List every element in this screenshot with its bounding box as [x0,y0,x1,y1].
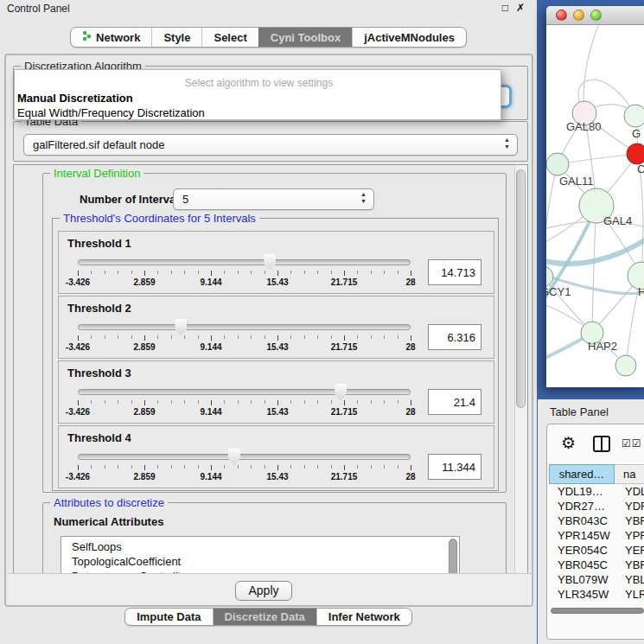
threshold-2-value-input[interactable] [428,324,481,350]
table-data-group: Table Data galFiltered.sif default node … [13,121,528,162]
threshold-4-slider[interactable]: -3.4262.8599.14415.4321.71528 [78,449,411,488]
table-row[interactable]: YIL053CYIL0 [549,602,644,605]
table-data-combobox[interactable]: galFiltered.sif default node ▲▼ [23,134,518,156]
table-row[interactable]: YBR043CYBR0 [549,513,644,528]
threshold-3-label: Threshold 3 [67,367,131,379]
node-label: G [632,127,641,140]
network-view-window: GAL80GGAL11CGAL4GCY1HHAP2 [546,6,644,387]
numerical-attributes-list[interactable]: SelfLoopsTopologicalCoefficientBetweenne… [61,536,460,574]
settings-scrollbar[interactable] [514,165,527,573]
threshold-4-value-input[interactable] [428,454,481,480]
table-row[interactable]: YBR045CYBR0 [549,558,644,572]
tab-label: Impute Data [137,610,201,623]
threshold-1-slider[interactable]: -3.4262.8599.14415.4321.71528 [78,254,411,294]
threshold-3-panel: Threshold 3 -3.4262.8599.14415.4321.7152… [58,360,494,424]
slider-thumb[interactable] [228,449,240,465]
threshold-3-slider[interactable]: -3.4262.8599.14415.4321.71528 [78,384,411,424]
threshold-3-value-input[interactable] [428,389,481,415]
slider-thumb[interactable] [335,384,347,400]
table-row[interactable]: YBL079WYBL0 [549,572,644,587]
table-horizontal-scrollbar[interactable] [551,608,644,615]
tab-select[interactable]: Select [201,28,258,47]
network-node[interactable] [627,143,644,164]
tab-impute-data[interactable]: Impute Data [125,609,212,625]
apply-strip: Apply [8,573,532,605]
settings-scrollbar-thumb[interactable] [516,169,526,408]
threshold-4-label: Threshold 4 [67,431,131,444]
table-panel: Table Panel ⚙ ☑☑ shared… na YDL19…YDL1YD… [538,399,644,644]
slider-thumb[interactable] [175,319,187,335]
table-cell: YBR0 [615,558,644,572]
tab-infer-network[interactable]: Infer Network [316,609,411,625]
slider-track [78,454,411,460]
table-row[interactable]: YDL19…YDL1 [549,484,644,499]
dropdown-placeholder-option[interactable]: Select algorithm to view settings [15,76,501,91]
slider-scale: -3.4262.8599.14415.4321.71528 [78,335,411,356]
zoom-traffic-light-icon[interactable] [590,10,602,21]
apply-button[interactable]: Apply [235,581,292,601]
number-of-intervals-value: 5 [182,193,188,206]
network-icon [82,30,92,44]
slider-track [78,324,411,330]
tab-label: Infer Network [328,610,400,623]
threshold-1-value-input[interactable] [428,259,481,285]
float-window-icon[interactable]: □ [502,2,508,14]
combobox-arrows-icon: ▲▼ [504,137,510,150]
numerical-attributes-label: Numerical Attributes [54,515,163,528]
split-panel-icon[interactable] [593,436,610,452]
table-cell: YIL053C [549,602,615,605]
tab-label: Style [163,31,190,44]
attributes-list-scrollbar[interactable] [449,539,457,574]
threshold-2-panel: Threshold 2 -3.4262.8599.14415.4321.7152… [58,296,494,359]
minimize-traffic-light-icon[interactable] [573,10,584,21]
node-label: HAP2 [588,340,617,353]
network-node[interactable] [615,355,636,376]
slider-scale: -3.4262.8599.14415.4321.71528 [78,271,411,291]
table-row[interactable]: YPR145WYPR1 [549,528,644,543]
tab-style[interactable]: Style [151,28,201,47]
table-row[interactable]: YER054CYER0 [549,543,644,558]
tab-network[interactable]: Network [71,28,151,47]
table-panel-toolbar: ⚙ ☑☑ [547,424,644,464]
network-node[interactable] [624,105,644,127]
attribute-item[interactable]: SelfLoops [72,539,459,554]
thresholds-group: Threshold's Coordinates for 5 Intervals … [52,218,499,491]
network-canvas[interactable]: GAL80GGAL11CGAL4GCY1HHAP2 [546,25,644,386]
number-of-intervals-combobox[interactable]: 5 ▲▼ [173,188,374,210]
table-cell: YBL079W [549,572,615,587]
tab-discretize-data[interactable]: Discretize Data [213,609,316,625]
close-window-icon[interactable]: ✗ [516,2,525,14]
table-cell: YDL1 [615,484,644,499]
attribute-item[interactable]: TopologicalCoefficient [72,554,459,569]
table-cell: YBR045C [549,558,615,572]
threshold-2-slider[interactable]: -3.4262.8599.14415.4321.71528 [78,319,411,359]
table-cell: YER054C [549,543,615,558]
table-row[interactable]: YDR27…YDR2 [549,499,644,513]
table-cell: YLR345W [549,587,615,602]
node-label: GAL11 [559,175,594,188]
table-scrollbar-thumb[interactable] [551,608,644,614]
dropdown-option-manual-discretization[interactable]: Manual Discretization [15,91,501,105]
interval-definition-group: Interval Definition Number of Intervals … [42,173,507,493]
screen: Control Panel □ ✗ Network Style Select C… [0,0,644,644]
close-traffic-light-icon[interactable] [556,10,567,21]
slider-thumb[interactable] [264,254,276,271]
control-panel-window: Control Panel □ ✗ Network Style Select C… [0,0,537,644]
column-header-shared-name[interactable]: shared… [549,464,615,484]
tab-jactivemnodules[interactable]: jActiveMNodules [352,28,466,47]
slider-track [78,259,411,265]
tab-cyni-toolbox[interactable]: Cyni Toolbox [258,28,352,47]
network-node[interactable] [546,153,569,175]
dropdown-option-equal-width[interactable]: Equal Width/Frequency Discretization [15,105,501,120]
node-label: GCY1 [546,285,571,298]
slider-scale: -3.4262.8599.14415.4321.71528 [78,400,411,421]
tab-label: jActiveMNodules [364,31,455,44]
attributes-group-label: Attributes to discretize [50,496,168,509]
table-data-value: galFiltered.sif default node [33,138,164,151]
table-cell: YBR0 [615,513,644,528]
gear-icon[interactable]: ⚙ [561,435,576,451]
cyni-toolbox-panel: Discretization Algorithm Select algorith… [4,54,533,607]
select-columns-icons[interactable]: ☑☑ [622,437,642,450]
table-row[interactable]: YLR345WYLR3 [549,587,644,602]
column-header-name[interactable]: na [615,464,644,484]
